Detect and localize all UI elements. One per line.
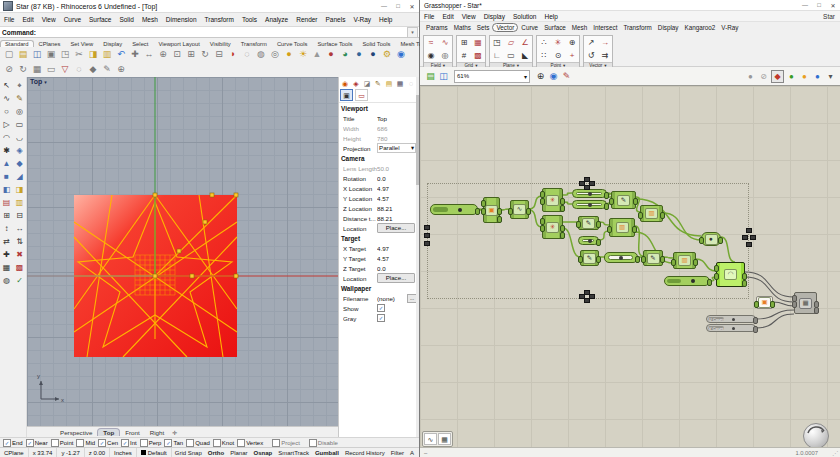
osnap-mid[interactable]: Mid: [76, 439, 95, 447]
u-count-slider[interactable]: U Count: [706, 315, 756, 323]
grasshopper-titlebar[interactable]: Grasshopper - Star* —□✕: [420, 0, 840, 11]
rhino-menu-panels[interactable]: Panels: [322, 16, 350, 23]
slider-c-output-nub[interactable]: [635, 256, 640, 263]
sphere-dark-icon[interactable]: ●: [366, 48, 380, 61]
check-icon[interactable]: ✓: [13, 274, 26, 287]
field-tool-2-icon[interactable]: ∿: [438, 36, 452, 49]
boundary-selected-output-nub[interactable]: [742, 273, 747, 280]
grid-toggle-icon[interactable]: ▦: [30, 63, 44, 76]
array-icon[interactable]: ⇅: [13, 235, 26, 248]
osnap-vertex-checkbox[interactable]: [237, 439, 245, 447]
close-button[interactable]: ✕: [826, 0, 840, 10]
relay-a-cell-3[interactable]: [584, 185, 590, 190]
rotate-b-output-nub[interactable]: [693, 259, 698, 266]
rhino-menu-analyze[interactable]: Analyze: [261, 16, 292, 23]
gh-tab-curve[interactable]: Curve: [518, 24, 541, 31]
deconstruct-a-output-nub[interactable]: [560, 198, 565, 205]
osnap-knot-checkbox[interactable]: [213, 439, 221, 447]
disable-icon[interactable]: ⊘: [2, 63, 16, 76]
open-definition-icon[interactable]: ▤: [424, 70, 437, 83]
solid-icon[interactable]: ■: [0, 170, 13, 183]
point-tool-3-icon[interactable]: ⊙: [551, 49, 565, 62]
pen-icon[interactable]: ✎: [100, 63, 114, 76]
voronoi-output-nub[interactable]: [526, 208, 531, 215]
viewport-page-icon[interactable]: ▭: [355, 89, 368, 101]
status-toggle-planar[interactable]: Planar: [227, 448, 250, 457]
rotate-c[interactable]: ▥: [640, 205, 663, 222]
number-slider[interactable]: [430, 204, 478, 215]
active-document-label[interactable]: Star: [823, 13, 840, 20]
gh-menu-file[interactable]: File: [420, 13, 438, 20]
status-toggle-grid-snap[interactable]: Grid Snap: [172, 448, 205, 457]
gh-tab-vector[interactable]: Vector: [492, 23, 518, 32]
voronoi-input-nub[interactable]: [508, 208, 513, 215]
deconstruct-b-output-nub-2[interactable]: [560, 232, 565, 239]
deconstruct-a-input-nub-2[interactable]: [540, 191, 545, 198]
display-tab-icon[interactable]: ◪: [362, 78, 372, 88]
boundary-selected-input-nub[interactable]: [714, 273, 719, 280]
populate-2d-input-nub-2[interactable]: [481, 200, 486, 207]
rotate-b-input-nub[interactable]: [671, 259, 676, 266]
location-place-button[interactable]: Place...: [377, 223, 415, 233]
property-value[interactable]: 0.0: [377, 265, 419, 272]
plane-tool-1-icon[interactable]: ∟: [490, 49, 504, 62]
toolbar-tab-select[interactable]: Select: [127, 40, 153, 47]
graph-slider[interactable]: [664, 276, 710, 286]
property-value[interactable]: 686: [377, 125, 419, 132]
line-c-input-nub[interactable]: [578, 256, 583, 263]
camera-page-icon[interactable]: ▣: [340, 89, 353, 101]
location-place-button[interactable]: Place...: [377, 273, 415, 283]
osnap-end[interactable]: ✓End: [3, 439, 23, 447]
osnap-int-checkbox[interactable]: ✓: [121, 439, 129, 447]
gh-menu-display[interactable]: Display: [480, 13, 509, 20]
rhino-titlebar[interactable]: Star (87 KB) - Rhinoceros 6 Undefined - …: [0, 0, 419, 13]
populate-2d-output-nub[interactable]: [497, 208, 502, 215]
line-b-input-nub[interactable]: [576, 221, 581, 228]
gh-tab-display[interactable]: Display: [655, 24, 682, 31]
minimize-button[interactable]: —: [377, 0, 391, 12]
rhino-menu-edit[interactable]: Edit: [18, 16, 37, 23]
voronoi[interactable]: ∿: [510, 200, 529, 219]
toolbar-tab-cplanes[interactable]: CPlanes: [34, 40, 66, 47]
divide-small-input-nub[interactable]: [754, 301, 759, 308]
rhino-command-bar[interactable]: Command: ▾: [0, 26, 419, 38]
wire-display-icon[interactable]: ∿: [424, 433, 437, 445]
status-cell-3[interactable]: z 0.00: [85, 448, 110, 457]
filter-funnel-icon[interactable]: ▽: [58, 63, 72, 76]
slider-b-knob[interactable]: [588, 203, 592, 207]
property-value[interactable]: 88.21: [377, 215, 419, 222]
status-toggle-ortho[interactable]: Ortho: [205, 448, 227, 457]
save-icon[interactable]: ◫: [30, 48, 44, 61]
rotate-a-output-nub[interactable]: [632, 226, 637, 233]
osnap-end-checkbox[interactable]: ✓: [3, 439, 11, 447]
osnap-cen[interactable]: ✓Cen: [98, 439, 118, 447]
line-a-output-nub[interactable]: [633, 198, 638, 205]
copy-icon[interactable]: ◨: [86, 48, 100, 61]
preview-caret-icon[interactable]: ▾: [825, 71, 836, 82]
rotate-c-input-nub[interactable]: [638, 212, 643, 219]
relay-d-cell-0[interactable]: [424, 225, 430, 230]
rectangle-icon[interactable]: ▭: [13, 118, 26, 131]
properties-tab-icon[interactable]: ◉: [340, 78, 350, 88]
sweep-icon[interactable]: ▥: [13, 196, 26, 209]
show-checkbox[interactable]: ✓: [377, 304, 385, 312]
vector-tool-3-icon[interactable]: ⇉: [598, 49, 612, 62]
loft-icon[interactable]: ◨: [13, 183, 26, 196]
preview-green-icon[interactable]: ●: [786, 71, 797, 82]
u-count-slider-knob[interactable]: [732, 318, 735, 321]
stamp-icon[interactable]: ◆: [86, 63, 100, 76]
toolbar-tab-display[interactable]: Display: [98, 40, 127, 47]
populate-2d[interactable]: ▣: [483, 197, 500, 223]
rhino-menu-mesh[interactable]: Mesh: [138, 16, 162, 23]
pencil-tab-icon[interactable]: ✎: [373, 78, 383, 88]
property-value[interactable]: 4.97: [377, 185, 419, 192]
sketch-icon[interactable]: ✎: [560, 70, 573, 83]
osnap-tan-checkbox[interactable]: ✓: [164, 439, 172, 447]
rhino-menu-dimension[interactable]: Dimension: [162, 16, 201, 23]
osnap-project[interactable]: Project: [272, 439, 300, 447]
loop-icon[interactable]: ↻: [16, 63, 30, 76]
slider-a-output-nub[interactable]: [604, 192, 609, 199]
grid-tool-0-icon[interactable]: ⊞: [457, 36, 471, 49]
vector-tool-2-icon[interactable]: →: [598, 36, 612, 49]
add-icon[interactable]: ✚: [0, 248, 13, 261]
